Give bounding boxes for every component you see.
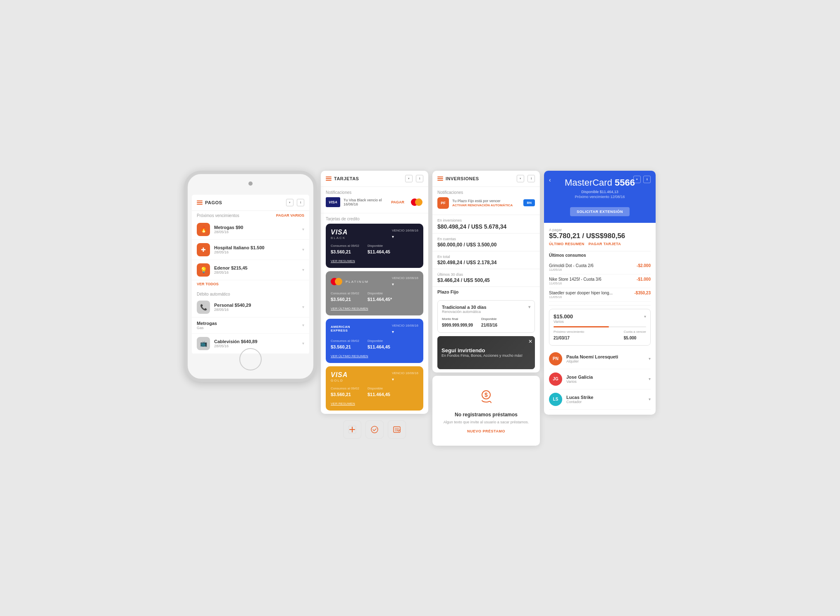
cablevision-icon: 📺 bbox=[197, 337, 210, 350]
amex-logo: AMERICANEXPRESS bbox=[331, 325, 350, 333]
cards-section-label: Tarjetas de credito bbox=[321, 213, 428, 224]
visa-gold-card[interactable]: VISA GOLD VENCIO 16/06/16 ▾ Consumos al … bbox=[326, 366, 423, 411]
consumos-label: Últimos consumos bbox=[549, 253, 651, 258]
venc-val: 21/03/17 bbox=[554, 336, 570, 340]
seguir-text: En Fondos Fima, Bonos, Acciones y mucho … bbox=[441, 353, 531, 358]
consumo-amount: -$1.000 bbox=[637, 277, 651, 282]
consumos-value: $3.560,21 bbox=[331, 297, 351, 302]
mc-brand: PLATINUM bbox=[331, 278, 369, 285]
cablevision-date: 28/05/16 bbox=[214, 344, 298, 348]
metrogas-debito-sub: Gas bbox=[197, 326, 298, 330]
info-btn[interactable]: ℹ bbox=[416, 175, 423, 182]
plazo-section-header: Plazo Fijo bbox=[432, 287, 540, 297]
amex-card[interactable]: AMERICANEXPRESS VENCIO 16/06/16 ▾ Consum… bbox=[326, 319, 423, 363]
ultimos-label: Últimos 30 días bbox=[437, 272, 535, 277]
consumo-left: Grimoldi Dot - Cuota 2/6 11/05/16 bbox=[549, 263, 594, 272]
visa-logo: VISA bbox=[326, 197, 340, 207]
ver-todos-btn[interactable]: VER TODOS bbox=[192, 280, 309, 289]
mc-dropdown-btn[interactable]: ▾ bbox=[633, 176, 641, 183]
visa-label: VISA bbox=[331, 371, 348, 379]
consumos-label: Consumos al 09/02 bbox=[331, 244, 359, 248]
dropdown-btn[interactable]: ▾ bbox=[405, 175, 413, 182]
consumo-item-0: Grimoldi Dot - Cuota 2/6 11/05/16 -$2.00… bbox=[549, 261, 651, 275]
payment-personal: 📞 Personal $540,29 28/05/16 ▾ bbox=[192, 297, 309, 318]
card-right: VENCIO 16/06/16 ▾ bbox=[392, 324, 418, 335]
payment-metrogas-debito: Metrogas Gas ▾ bbox=[192, 318, 309, 334]
consumo-item-1: Nike Store 1425f - Cuota 3/6 11/05/16 -$… bbox=[549, 275, 651, 288]
close-icon[interactable]: ✕ bbox=[528, 339, 532, 344]
inv-title-text: INVERSIONES bbox=[446, 176, 479, 181]
dropdown-btn[interactable]: ▾ bbox=[286, 199, 294, 206]
mc-back-btn[interactable]: ‹ bbox=[549, 177, 551, 183]
personal-info: Personal $540,29 28/05/16 bbox=[214, 303, 298, 312]
cuota-item: Cuota a vencer $5.000 bbox=[624, 330, 646, 341]
inversiones-container: INVERSIONES ▾ ℹ Notificaciones PF Tu Pla… bbox=[432, 171, 540, 446]
tarjetas-panel: TARJETAS ▾ ℹ Notificaciones VISA Tu Visa… bbox=[321, 171, 428, 414]
disponible-value: $11.464,45 bbox=[368, 392, 390, 397]
card-link[interactable]: VER ÚLTIMO RESUMEN bbox=[331, 354, 418, 358]
loan-item: $15.000 ▾ Varios Próximo vencimiento 21/… bbox=[549, 309, 651, 346]
bn-btn[interactable]: BN bbox=[523, 199, 535, 206]
black-label: BLACK bbox=[331, 236, 348, 240]
disp-value: 21/03/16 bbox=[481, 323, 497, 327]
seguir-card[interactable]: Seguí invirtiendo En Fondos Fima, Bonos,… bbox=[437, 336, 535, 369]
mc-info-btn[interactable]: ℹ bbox=[643, 176, 651, 183]
card-right: VENCIO 16/06/16 ▾ bbox=[392, 229, 418, 240]
venc-label: Próximo vencimiento bbox=[554, 330, 584, 334]
card-link[interactable]: VER ÚLTIMO RESUMEN bbox=[331, 307, 418, 310]
metrogas-icon: 🔥 bbox=[197, 223, 210, 236]
inv-notif-item: PF Tu Plazo Fijo está por vencer ACTIVAR… bbox=[437, 195, 535, 211]
consumos-item: Consumos al 09/02 $3.560,21 bbox=[331, 244, 359, 255]
visa-black-card[interactable]: VISA BLACK VENCIO 16/06/16 ▾ Consumos al… bbox=[326, 224, 423, 268]
tab-add[interactable] bbox=[343, 420, 361, 439]
metrogas-debito-name: Metrogas bbox=[197, 321, 298, 326]
activar-btn[interactable]: ACTIVAR RENOVACIÓN AUTOMÁTICA bbox=[452, 203, 513, 207]
loan-tag: Varios bbox=[554, 320, 646, 324]
ultimo-resumen-link[interactable]: ÚLTIMO RESUMEN bbox=[549, 242, 585, 246]
dropdown-btn[interactable]: ▾ bbox=[517, 175, 524, 182]
mastercard-logo bbox=[411, 198, 423, 206]
payment-hospital: ✚ Hospital Italiano $1.500 28/05/16 ▾ bbox=[192, 240, 309, 260]
tab-check[interactable] bbox=[365, 420, 384, 439]
consumos-value: $3.560,21 bbox=[331, 392, 351, 397]
card-amounts: Consumos al 09/02 $3.560,21 Disponible $… bbox=[331, 244, 418, 255]
seguir-title: Seguí invirtiendo bbox=[441, 347, 531, 353]
card-link[interactable]: VER RESUMEN bbox=[331, 402, 418, 406]
contact-ls: LS Lucas Strike Contador ▾ bbox=[549, 389, 651, 410]
svg-point-3 bbox=[371, 426, 378, 433]
hamburger-icon[interactable] bbox=[197, 201, 203, 205]
mc-title-mastercard: MasterCard bbox=[565, 177, 615, 188]
pagar-varios-btn[interactable]: PAGAR VARIOS bbox=[276, 213, 304, 217]
pn-info: Paula Noemí Loresqueti Alquiler bbox=[566, 354, 644, 363]
card-right: VENCIO 16/06/16 ▾ bbox=[392, 371, 418, 382]
card-header: PLATINUM VENCIO 16/06/16 ▾ bbox=[331, 276, 418, 287]
hamburger-icon[interactable] bbox=[437, 177, 443, 181]
plazo-sub: Renovación automática bbox=[442, 310, 530, 314]
consumo-left: Nike Store 1425f - Cuota 3/6 11/05/16 bbox=[549, 277, 601, 285]
ls-info: Lucas Strike Contador bbox=[566, 395, 644, 404]
tarjetas-title: TARJETAS bbox=[326, 176, 359, 181]
jg-name: Jose Galicia bbox=[566, 375, 644, 380]
notif-label: Notificaciones bbox=[326, 190, 351, 195]
inv-header: INVERSIONES ▾ ℹ bbox=[432, 171, 540, 187]
card-link[interactable]: VER RESUMEN bbox=[331, 259, 418, 263]
card-chevron-icon: ▾ bbox=[392, 377, 394, 382]
tab-list[interactable] bbox=[388, 420, 406, 439]
card-right: VENCIO 16/06/16 ▾ bbox=[392, 276, 418, 287]
pagos-title: PAGOS bbox=[197, 200, 222, 205]
separator bbox=[549, 305, 651, 306]
mc-orange bbox=[335, 278, 342, 285]
disponible-label: Disponible bbox=[368, 387, 390, 390]
pagar-tarjeta-link[interactable]: PAGAR TARJETA bbox=[589, 242, 621, 246]
info-btn[interactable]: ℹ bbox=[297, 199, 304, 206]
disponible-item: Disponible $11.464,45 bbox=[368, 387, 390, 398]
mc-body: A pagar $5.780,21 / U$S$980,56 ÚLTIMO RE… bbox=[544, 223, 656, 415]
nuevo-prestamo-btn[interactable]: NUEVO PRÉSTAMO bbox=[441, 429, 532, 433]
hamburger-icon[interactable] bbox=[326, 177, 332, 181]
mc-platinum-card[interactable]: PLATINUM VENCIO 16/06/16 ▾ Consumos al 0… bbox=[326, 271, 423, 315]
inv-notif-text: Tu Plazo Fijo está por vencer ACTIVAR RE… bbox=[452, 199, 520, 207]
solicitar-extension-btn[interactable]: SOLICITAR EXTENSIÓN bbox=[570, 207, 630, 216]
consumo-name: Nike Store 1425f - Cuota 3/6 bbox=[549, 277, 601, 282]
info-btn[interactable]: ℹ bbox=[527, 175, 535, 182]
pagar-notif-btn[interactable]: PAGAR bbox=[391, 200, 404, 204]
